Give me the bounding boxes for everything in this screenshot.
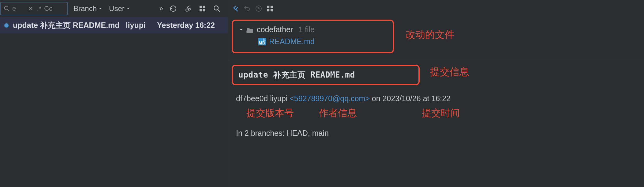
search-icon[interactable]: [213, 5, 220, 12]
chevron-down-icon: [126, 7, 130, 10]
undo-icon[interactable]: [243, 5, 251, 12]
folder-icon: [246, 27, 254, 33]
svg-rect-6: [200, 9, 202, 11]
commit-hash: df7bee0d: [236, 94, 268, 103]
log-toolbar-actions: »: [159, 5, 225, 13]
svg-point-2: [186, 9, 188, 11]
svg-rect-4: [200, 6, 202, 8]
commit-branches: In 2 branches: HEAD, main: [236, 127, 636, 140]
close-icon[interactable]: ✕: [27, 5, 35, 12]
folder-name: codefather: [257, 25, 293, 34]
branch-filter[interactable]: Branch: [72, 2, 103, 15]
history-icon[interactable]: [255, 5, 262, 12]
file-count: 1 file: [298, 25, 315, 34]
expand-icon[interactable]: »: [159, 5, 162, 13]
branch-filter-label: Branch: [73, 4, 97, 13]
file-row[interactable]: MD README.md: [239, 37, 387, 46]
svg-line-1: [8, 10, 9, 11]
svg-point-8: [214, 6, 218, 10]
regex-icon[interactable]: .*: [37, 5, 42, 12]
svg-line-9: [218, 10, 220, 12]
svg-rect-14: [271, 9, 273, 11]
commit-on-label: on: [372, 94, 380, 103]
commit-author: liyupi: [126, 21, 146, 30]
annotation-timestamp: 提交时间: [422, 105, 460, 121]
commit-author-name: liyupi: [270, 94, 287, 103]
svg-point-3: [189, 8, 190, 10]
commit-date: Yesterday 16:22: [157, 21, 215, 30]
annotation-commit-info: 提交信息: [430, 65, 469, 79]
svg-rect-11: [267, 6, 269, 8]
detail-toolbar: [228, 0, 644, 17]
commit-detail-panel: codefather 1 file MD README.md 改动的文件 upd…: [228, 0, 644, 187]
commit-author-email[interactable]: <592789970@qq.com>: [290, 94, 370, 103]
annotation-author: 作者信息: [319, 105, 357, 121]
cherry-pick-icon[interactable]: [184, 5, 192, 12]
commit-row[interactable]: update 补充主页 README.md liyupi Yesterday 1…: [0, 17, 228, 33]
svg-rect-12: [271, 6, 273, 8]
chevron-down-icon: [99, 7, 102, 10]
refresh-icon[interactable]: [170, 5, 177, 12]
git-log-panel: ✕ .* Cc Branch User »: [0, 0, 228, 187]
commit-message: update 补充主页 README.md: [13, 20, 120, 30]
markdown-file-icon: MD: [258, 38, 266, 45]
user-filter-label: User: [109, 4, 125, 13]
user-filter[interactable]: User: [108, 2, 131, 15]
svg-rect-7: [203, 9, 205, 11]
view-options-icon[interactable]: [267, 5, 273, 12]
log-search[interactable]: ✕ .* Cc: [0, 2, 68, 15]
chevron-down-icon[interactable]: [239, 28, 243, 32]
annotation-changed-files: 改动的文件: [406, 28, 455, 42]
svg-rect-5: [203, 6, 205, 8]
annotation-hash: 提交版本号: [246, 105, 294, 121]
search-input[interactable]: [12, 5, 24, 13]
log-toolbar: ✕ .* Cc Branch User »: [0, 0, 228, 17]
svg-point-0: [5, 6, 8, 10]
commit-graph-node: [4, 23, 9, 28]
commit-message-detail: update 补充主页 README.md: [232, 65, 420, 85]
match-case-icon[interactable]: Cc: [44, 5, 52, 13]
changed-files-tree: codefather 1 file MD README.md: [232, 20, 394, 53]
collapse-icon[interactable]: [231, 5, 239, 13]
file-name: README.md: [269, 37, 315, 46]
svg-rect-13: [267, 9, 269, 11]
commit-metadata: df7bee0d liyupi <592789970@qq.com> on 20…: [228, 85, 644, 140]
commit-timestamp: 2023/10/26 at 16:22: [383, 94, 451, 103]
folder-row[interactable]: codefather 1 file: [239, 25, 387, 34]
search-icon: [4, 6, 10, 12]
view-options-icon[interactable]: [199, 5, 206, 12]
